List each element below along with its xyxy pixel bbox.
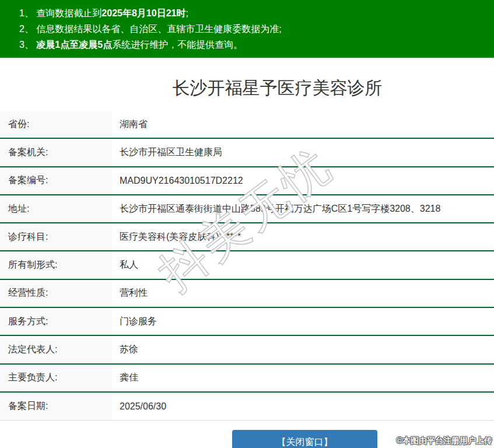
- table-row: 诊疗科目: 医疗美容科(美容皮肤科)******: [0, 223, 494, 251]
- row-value: 医疗美容科(美容皮肤科)******: [112, 223, 494, 250]
- table-row: 地址: 长沙市开福区通泰街街道中山路589号开福万达广场C区1号写字楼3208、…: [0, 195, 494, 223]
- table-row: 备案编号: MAD9UY21643010517D2212: [0, 167, 494, 195]
- notice-banner: 1、 查询数据截止到2025年8月10日21时; 2、 信息数据结果以各省、自治…: [0, 0, 494, 58]
- notice-line-bold: 凌晨1点至凌晨5点: [36, 40, 112, 50]
- notice-line: 1、 查询数据截止到2025年8月10日21时;: [19, 5, 488, 21]
- row-label: 诊疗科目:: [0, 223, 112, 250]
- notice-line-text: 2、 信息数据结果以各省、自治区、直辖市卫生健康委数据为准;: [19, 24, 282, 34]
- row-label: 省份:: [0, 111, 112, 138]
- notice-line-text: 系统进行维护，不能提供查询。: [112, 40, 243, 50]
- table-row: 主要负责人: 龚佳: [0, 365, 494, 393]
- row-value: 龚佳: [112, 365, 494, 391]
- info-table: 省份: 湖南省 备案机关: 长沙市开福区卫生健康局 备案编号: MAD9UY21…: [0, 111, 494, 421]
- notice-line-text: 1、 查询数据截止到: [19, 8, 101, 18]
- row-value: 2025/06/30: [112, 393, 494, 420]
- table-row: 备案机关: 长沙市开福区卫生健康局: [0, 139, 494, 167]
- notice-line-bold: 2025年8月10日21时: [101, 8, 185, 18]
- row-label: 法定代表人:: [0, 336, 112, 363]
- row-label: 备案日期:: [0, 393, 112, 420]
- notice-line: 2、 信息数据结果以各省、自治区、直辖市卫生健康委数据为准;: [19, 21, 488, 37]
- notice-line-text: 3、: [19, 40, 36, 50]
- row-value: 营利性: [112, 280, 494, 307]
- row-value: 私人: [112, 251, 494, 278]
- notice-line: 3、 凌晨1点至凌晨5点系统进行维护，不能提供查询。: [19, 37, 488, 52]
- row-value: 湖南省: [112, 111, 494, 138]
- row-label: 地址:: [0, 195, 112, 222]
- page-title: 长沙开福星予医疗美容诊所: [30, 58, 494, 97]
- row-value: 苏徐: [112, 336, 494, 363]
- notice-line-text: ;: [185, 8, 188, 18]
- row-label: 服务方式:: [0, 308, 112, 335]
- table-row: 服务方式: 门诊服务: [0, 308, 494, 336]
- table-row: 经营性质: 营利性: [0, 280, 494, 308]
- row-label: 主要负责人:: [0, 365, 112, 391]
- row-value: 长沙市开福区卫生健康局: [112, 139, 494, 166]
- row-value: 长沙市开福区通泰街街道中山路589号开福万达广场C区1号写字楼3208、3218: [112, 195, 494, 222]
- row-label: 所有制形式:: [0, 251, 112, 278]
- close-window-button[interactable]: 【关闭窗口】: [232, 430, 377, 448]
- table-row: 法定代表人: 苏徐: [0, 336, 494, 364]
- row-label: 备案机关:: [0, 139, 112, 166]
- table-row: 所有制形式: 私人: [0, 251, 494, 279]
- table-row: 备案日期: 2025/06/30: [0, 393, 494, 421]
- row-label: 备案编号:: [0, 167, 112, 194]
- row-label: 经营性质:: [0, 280, 112, 307]
- table-row: 省份: 湖南省: [0, 111, 494, 139]
- row-value: 门诊服务: [112, 308, 494, 335]
- platform-watermark: ©本图由平台注册用户上传: [397, 436, 492, 446]
- row-value: MAD9UY21643010517D2212: [112, 167, 494, 194]
